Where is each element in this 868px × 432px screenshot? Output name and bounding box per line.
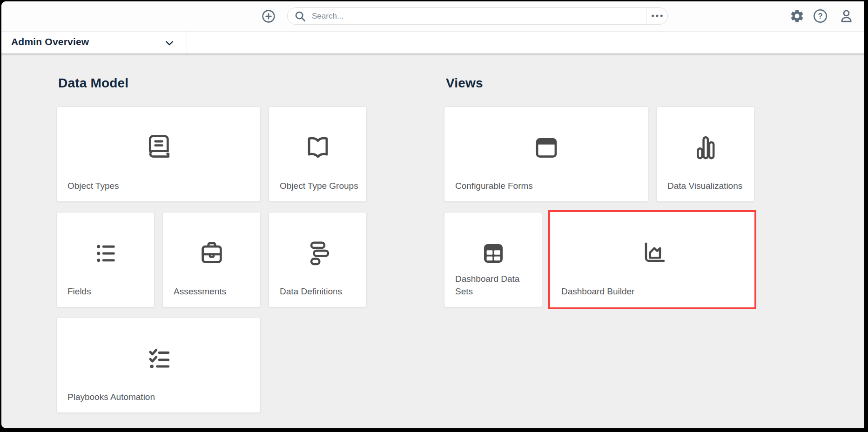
chevron-down-icon <box>164 38 175 50</box>
card-label: Data Definitions <box>280 285 361 298</box>
current-view-label: Admin Overview <box>11 36 89 47</box>
section-title: Views <box>446 74 754 92</box>
help-button[interactable]: ? <box>812 9 828 25</box>
admin-overview-content: Data Model Object Types Object Type Grou… <box>1 53 864 428</box>
data-blocks-icon <box>303 239 333 268</box>
briefcase-icon <box>197 239 227 268</box>
settings-button[interactable] <box>789 9 805 25</box>
card-dashboard-data-sets[interactable]: Dashboard Data Sets <box>444 212 542 307</box>
user-profile-button[interactable] <box>838 9 854 25</box>
quick-add-button[interactable] <box>261 9 276 24</box>
card-grid: Object Types Object Type Groups Fields A… <box>56 106 367 413</box>
bar-chart-icon <box>691 133 720 163</box>
card-configurable-forms[interactable]: Configurable Forms <box>444 106 648 202</box>
plus-circle-icon <box>261 18 276 25</box>
card-object-type-groups[interactable]: Object Type Groups <box>269 106 367 202</box>
settings-gear-icon <box>789 8 805 25</box>
card-label: Data Visualizations <box>667 179 748 192</box>
user-profile-icon <box>839 8 854 25</box>
top-bar: ? <box>1 1 864 31</box>
svg-text:?: ? <box>818 12 822 20</box>
bullet-list-icon <box>91 239 121 268</box>
section-views: Views Configurable Forms Data Visualizat… <box>444 74 754 307</box>
card-label: Fields <box>67 285 148 298</box>
open-book-icon <box>303 133 333 163</box>
card-label: Configurable Forms <box>455 179 642 192</box>
section-title: Data Model <box>58 74 367 92</box>
card-label: Playbooks Automation <box>67 391 255 403</box>
window-icon <box>532 133 561 163</box>
card-label: Assessments <box>174 285 255 298</box>
view-selector-dropdown[interactable]: Admin Overview <box>1 32 187 53</box>
search-input[interactable] <box>311 11 646 21</box>
ellipsis-icon <box>651 13 664 20</box>
card-dashboard-builder[interactable]: Dashboard Builder <box>550 212 754 307</box>
nav-divider <box>187 32 187 53</box>
card-data-visualizations[interactable]: Data Visualizations <box>656 106 754 202</box>
card-playbooks-automation[interactable]: Playbooks Automation <box>56 318 261 413</box>
card-label: Dashboard Builder <box>561 285 748 298</box>
app-window: ? Admin Overview Data Model <box>1 1 864 428</box>
card-grid: Configurable Forms Data Visualizations D… <box>444 106 754 307</box>
card-object-types[interactable]: Object Types <box>56 106 261 202</box>
view-nav-bar: Admin Overview <box>1 31 864 53</box>
card-fields[interactable]: Fields <box>56 212 155 307</box>
book-icon <box>144 133 174 163</box>
search-bar[interactable] <box>287 7 668 25</box>
card-label: Dashboard Data Sets <box>455 272 536 298</box>
area-chart-icon <box>638 239 667 268</box>
help-question-icon: ? <box>813 8 828 25</box>
card-label: Object Types <box>67 179 255 192</box>
card-data-definitions[interactable]: Data Definitions <box>269 212 367 307</box>
card-label: Object Type Groups <box>280 179 361 192</box>
search-icon <box>294 10 307 23</box>
card-assessments[interactable]: Assessments <box>162 212 261 307</box>
section-data-model: Data Model Object Types Object Type Grou… <box>56 74 367 413</box>
search-options-button[interactable] <box>646 8 667 24</box>
checklist-icon <box>144 344 174 374</box>
data-table-icon <box>478 239 508 268</box>
